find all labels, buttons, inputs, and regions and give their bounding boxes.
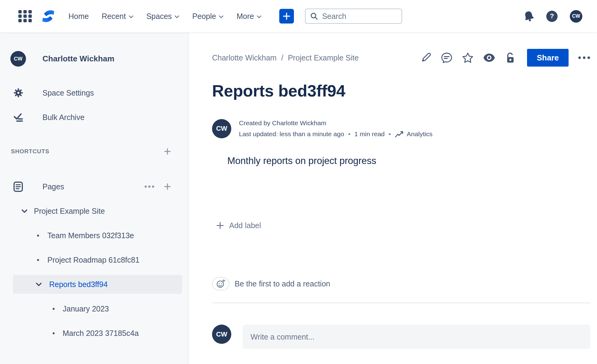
avatar-initials: CW xyxy=(216,125,227,133)
help-icon[interactable]: ? xyxy=(546,11,558,22)
page-actions: Share xyxy=(420,49,590,67)
breadcrumb: Charlotte Wickham / Project Example Site xyxy=(212,53,359,62)
chevron-down-icon xyxy=(174,15,179,18)
commenter-avatar: CW xyxy=(212,325,231,344)
created-by-text: Created by Charlotte Wickham xyxy=(239,118,432,129)
notifications-bell-icon[interactable] xyxy=(523,10,535,22)
space-avatar: CW xyxy=(10,51,26,67)
chevron-down-icon[interactable] xyxy=(36,282,42,286)
tree-item-label: Team Members 032f313e xyxy=(47,231,134,240)
nav-people[interactable]: People xyxy=(192,12,224,21)
shortcuts-label: SHORTCUTS xyxy=(11,148,49,155)
user-avatar[interactable]: CW xyxy=(570,10,582,23)
star-icon[interactable] xyxy=(462,52,474,64)
add-shortcut-button[interactable] xyxy=(164,148,171,155)
byline: CW Created by Charlotte Wickham Last upd… xyxy=(212,118,590,140)
chevron-down-icon xyxy=(257,15,262,18)
bullet-icon xyxy=(52,308,55,310)
nav-more[interactable]: More xyxy=(236,12,262,21)
nav-spaces-label: Spaces xyxy=(146,12,172,21)
add-label-button[interactable]: Add label xyxy=(216,221,261,230)
space-header[interactable]: CW Charlotte Wickham xyxy=(0,51,188,67)
reaction-section: Be the first to add a reaction xyxy=(212,277,590,290)
page-tree: Project Example Site Team Members 032f31… xyxy=(0,199,188,345)
tree-item-label: Project Roadmap 61c8fc81 xyxy=(47,256,140,264)
sidebar-item-label: Space Settings xyxy=(42,89,94,97)
pages-label: Pages xyxy=(42,182,64,191)
confluence-logo-icon[interactable] xyxy=(41,9,56,24)
avatar-initials: CW xyxy=(14,56,22,62)
section-divider xyxy=(212,303,590,303)
bullet-icon xyxy=(52,332,55,335)
tree-item-label: Project Example Site xyxy=(34,207,105,216)
pages-more-options-button[interactable] xyxy=(145,185,154,188)
help-glyph: ? xyxy=(550,12,554,20)
search-input[interactable] xyxy=(322,12,397,21)
analytics-link[interactable]: Analytics xyxy=(395,129,432,140)
unlock-icon[interactable] xyxy=(505,52,516,64)
tree-item-reports-selected[interactable]: Reports bed3ff94 xyxy=(13,275,182,294)
tree-item-team-members[interactable]: Team Members 032f313e xyxy=(0,223,188,248)
chevron-down-icon xyxy=(219,15,224,18)
app-switcher-icon[interactable] xyxy=(17,9,33,23)
dot-separator: • xyxy=(389,129,391,140)
sidebar-item-space-settings[interactable]: Space Settings xyxy=(0,81,188,105)
top-navigation-bar: Home Recent Spaces People More xyxy=(0,0,597,33)
read-time-text: 1 min read xyxy=(354,129,385,140)
pages-icon xyxy=(10,181,26,192)
nav-people-label: People xyxy=(192,12,216,21)
nav-recent[interactable]: Recent xyxy=(102,12,134,21)
add-label-text: Add label xyxy=(229,221,261,230)
plus-icon xyxy=(283,12,291,20)
bullet-icon xyxy=(37,259,39,261)
bullet-icon xyxy=(37,234,39,237)
bulk-archive-icon xyxy=(10,113,26,122)
nav-home[interactable]: Home xyxy=(68,12,89,21)
byline-text: Created by Charlotte Wickham Last update… xyxy=(239,118,432,140)
plus-icon xyxy=(216,222,224,229)
tree-item-label: January 2023 xyxy=(63,304,109,313)
watch-eye-icon[interactable] xyxy=(483,53,495,62)
sidebar-item-label: Bulk Archive xyxy=(42,113,85,122)
breadcrumb-space-owner[interactable]: Charlotte Wickham xyxy=(212,53,277,62)
nav-recent-label: Recent xyxy=(102,12,126,21)
edit-pencil-icon[interactable] xyxy=(420,52,431,63)
share-label: Share xyxy=(537,53,559,62)
gear-icon xyxy=(10,88,26,97)
tree-item-january-2023[interactable]: January 2023 xyxy=(0,297,188,321)
page-content: Charlotte Wickham / Project Example Site xyxy=(189,33,597,364)
sidebar-item-pages[interactable]: Pages xyxy=(0,174,188,199)
comment-input-box[interactable] xyxy=(243,325,590,349)
analytics-chart-icon xyxy=(395,130,404,138)
avatar-initials: CW xyxy=(572,13,580,19)
comment-input[interactable] xyxy=(251,333,582,341)
breadcrumb-separator: / xyxy=(281,53,283,62)
sidebar-menu: Space Settings Bulk Archive xyxy=(0,81,188,129)
comment-bubble-icon[interactable] xyxy=(441,52,452,64)
author-avatar[interactable]: CW xyxy=(212,119,231,138)
tree-item-march-2023[interactable]: March 2023 37185c4a xyxy=(0,321,188,345)
nav-spaces[interactable]: Spaces xyxy=(146,12,179,21)
share-button[interactable]: Share xyxy=(527,49,569,67)
byline-meta: Last updated: less than a minute ago • 1… xyxy=(239,129,432,140)
last-updated-text[interactable]: Last updated: less than a minute ago xyxy=(239,129,344,140)
nav-more-label: More xyxy=(236,12,254,21)
dot-separator: • xyxy=(348,129,350,140)
smiley-plus-icon xyxy=(216,279,225,288)
sidebar-item-bulk-archive[interactable]: Bulk Archive xyxy=(0,105,188,129)
reaction-prompt-text: Be the first to add a reaction xyxy=(235,279,330,288)
tree-item-project-example-site[interactable]: Project Example Site xyxy=(0,199,188,223)
create-button[interactable] xyxy=(279,9,294,24)
breadcrumb-space[interactable]: Project Example Site xyxy=(288,53,359,62)
tree-item-label: March 2023 37185c4a xyxy=(63,329,139,338)
tree-item-label: Reports bed3ff94 xyxy=(49,280,108,289)
tree-item-project-roadmap[interactable]: Project Roadmap 61c8fc81 xyxy=(0,248,188,272)
add-page-button[interactable] xyxy=(164,183,171,190)
chevron-down-icon[interactable] xyxy=(21,209,27,213)
page-body-text: Monthly reports on project progress xyxy=(227,155,590,166)
more-options-icon[interactable] xyxy=(578,56,590,59)
space-sidebar: CW Charlotte Wickham S xyxy=(0,33,189,364)
search-box[interactable] xyxy=(305,9,402,24)
space-name: Charlotte Wickham xyxy=(42,54,114,64)
add-reaction-button[interactable] xyxy=(212,277,229,290)
